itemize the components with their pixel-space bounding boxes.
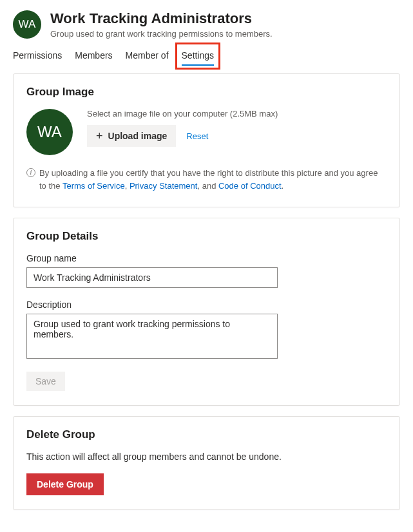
group-details-heading: Group Details — [26, 230, 387, 243]
group-image-heading: Group Image — [26, 86, 387, 99]
description-textarea[interactable]: Group used to grant work tracking permis… — [26, 314, 278, 359]
privacy-statement-link[interactable]: Privacy Statement — [130, 181, 198, 191]
info-icon: i — [26, 168, 35, 177]
description-label: Description — [26, 299, 387, 310]
page-header: WA Work Tracking Administrators Group us… — [13, 10, 400, 39]
plus-icon: + — [96, 130, 103, 142]
group-name-input[interactable] — [26, 267, 278, 288]
tab-settings[interactable]: Settings — [182, 46, 215, 64]
reset-image-link[interactable]: Reset — [186, 131, 208, 141]
upload-image-button[interactable]: + Upload image — [87, 125, 176, 147]
group-avatar-large: WA — [26, 109, 73, 155]
code-of-conduct-link[interactable]: Code of Conduct — [218, 181, 282, 191]
group-details-card: Group Details Group name Description Gro… — [13, 218, 400, 406]
page-subtitle: Group used to grant work tracking permis… — [50, 29, 273, 39]
save-button[interactable]: Save — [26, 372, 65, 391]
tab-member-of[interactable]: Member of — [126, 46, 169, 64]
tab-members[interactable]: Members — [75, 46, 112, 64]
upload-hint: Select an image file on your computer (2… — [87, 109, 278, 119]
tab-permissions[interactable]: Permissions — [13, 46, 62, 64]
delete-group-heading: Delete Group — [26, 428, 387, 441]
tab-settings-container: Settings — [182, 46, 215, 64]
header-text: Work Tracking Administrators Group used … — [50, 10, 273, 38]
tabs: Permissions Members Member of Settings — [13, 46, 400, 64]
legal-notice: i By uploading a file you certify that y… — [26, 167, 387, 193]
terms-of-service-link[interactable]: Terms of Service — [62, 181, 125, 191]
delete-group-card: Delete Group This action will affect all… — [13, 416, 400, 510]
delete-warning: This action will affect all group member… — [26, 451, 387, 462]
page-title: Work Tracking Administrators — [50, 10, 273, 27]
group-name-label: Group name — [26, 253, 387, 263]
group-avatar-small: WA — [13, 10, 41, 39]
upload-image-label: Upload image — [108, 131, 168, 141]
group-image-card: Group Image WA Select an image file on y… — [13, 73, 400, 207]
delete-group-button[interactable]: Delete Group — [26, 473, 104, 495]
